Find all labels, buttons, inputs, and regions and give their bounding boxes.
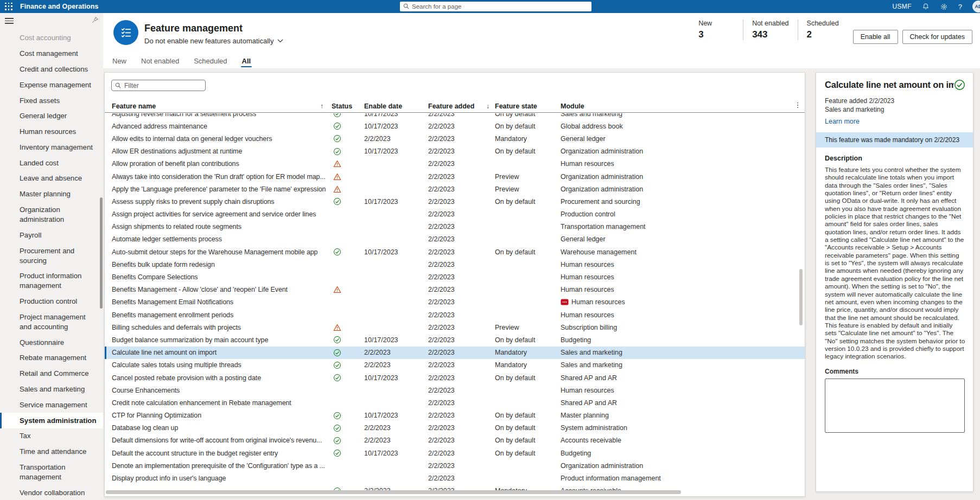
auto-enable-dropdown[interactable]: Do not enable new features automatically (144, 37, 283, 45)
module-label: Sales and marketing (561, 113, 622, 118)
status-warning-icon (329, 185, 364, 193)
sidebar-item[interactable]: Credit and collections (0, 62, 103, 78)
sidebar-item[interactable]: Expense management (0, 77, 103, 93)
cell-feature-added: 2/2/2023 (428, 424, 495, 432)
sidebar-item[interactable]: Production control (0, 294, 103, 310)
table-row[interactable]: Benefits Compare Selections2/2/2023Human… (105, 271, 805, 283)
sidebar-item[interactable]: Inventory management (0, 139, 103, 155)
tab-all[interactable]: All (242, 54, 251, 68)
table-row[interactable]: Course Enhancements2/2/2023Human resourc… (105, 384, 805, 396)
table-row[interactable]: Assign shipments to related route segmen… (105, 221, 805, 233)
vertical-scrollbar[interactable] (799, 269, 803, 325)
sidebar-item[interactable]: Organization administration (0, 202, 103, 228)
column-header[interactable]: Enable date (364, 102, 428, 110)
table-row[interactable]: …2/2/20232/2/2023MandatoryAccounts recei… (105, 485, 805, 490)
settings-gear-icon[interactable] (940, 3, 948, 11)
table-row[interactable]: Allow proration of benefit plan contribu… (105, 158, 805, 170)
sidebar-item[interactable]: Cost management (0, 46, 103, 62)
check-for-updates-button[interactable]: Check for updates (902, 30, 972, 44)
tab-scheduled[interactable]: Scheduled (194, 54, 227, 68)
sidebar-item[interactable]: Vendor collaboration (0, 485, 103, 500)
sidebar-item[interactable]: General ledger (0, 108, 103, 124)
column-header[interactable]: Module (561, 102, 805, 110)
table-row[interactable]: Auto-submit detour steps for the Warehou… (105, 246, 805, 258)
sidebar-item[interactable]: Procurement and sourcing (0, 243, 103, 268)
table-row[interactable]: Default the account structure in the bud… (105, 447, 805, 459)
sidebar-item[interactable]: Fixed assets (0, 93, 103, 108)
sidebar-item[interactable]: System administration (0, 413, 103, 428)
column-header[interactable]: Feature name↑ (112, 102, 329, 110)
table-row[interactable]: Database log clean up2/2/20232/2/2023On … (105, 422, 805, 434)
sidebar-item[interactable]: Transportation management (0, 460, 103, 485)
sidebar-item[interactable]: Product information management (0, 268, 103, 294)
tab-not-enabled[interactable]: Not enabled (141, 54, 179, 68)
enable-all-button[interactable]: Enable all (853, 30, 898, 44)
column-header[interactable]: Feature state (495, 102, 561, 110)
sidebar-item[interactable]: Rebate management (0, 350, 103, 366)
tab-new[interactable]: New (112, 54, 126, 68)
table-row[interactable]: Calculate sales totals using multiple th… (105, 359, 805, 371)
sidebar-item[interactable]: Landed cost (0, 155, 103, 171)
status-enabled-check-icon (329, 424, 364, 432)
sidebar-item[interactable]: Tax (0, 428, 103, 444)
sidebar-item[interactable]: Leave and absence (0, 171, 103, 187)
company-selector[interactable]: USMF (893, 3, 912, 10)
user-avatar[interactable]: AD (972, 1, 980, 12)
waffle-menu-icon[interactable] (5, 3, 13, 11)
table-row[interactable]: Allow edits to internal data on general … (105, 132, 805, 145)
notifications-bell-icon[interactable] (922, 3, 930, 10)
table-row[interactable]: Automate ledger settlements process2/2/2… (105, 233, 805, 246)
sidebar-item[interactable]: Sales and marketing (0, 382, 103, 398)
search-input[interactable] (412, 2, 588, 11)
sidebar-item[interactable]: Human resources (0, 124, 103, 140)
column-header-label: Status (332, 102, 352, 110)
sidebar-item[interactable]: Payroll (0, 227, 103, 243)
learn-more-link[interactable]: Learn more (816, 114, 868, 125)
sidebar-item[interactable]: Time and attendance (0, 444, 103, 460)
table-row[interactable]: Benefits management enrollment periods2/… (105, 309, 805, 321)
table-row[interactable]: Assess supply risks to prevent supply ch… (105, 195, 805, 208)
cell-feature-name: Adjusting reverse match for a settlement… (112, 113, 329, 118)
mandatory-banner: This feature was made mandatory on 2/2/2… (816, 132, 973, 148)
sidebar-item[interactable]: Questionnaire (0, 335, 103, 350)
sidebar-item[interactable]: Project management and accounting (0, 310, 103, 335)
table-row[interactable]: Credit note calculation enhancement in R… (105, 396, 805, 409)
sidebar-item[interactable]: Retail and Commerce (0, 366, 103, 382)
table-row[interactable]: Assign project activities for service ag… (105, 208, 805, 221)
table-row[interactable]: Budget balance summarization by main acc… (105, 334, 805, 346)
help-icon[interactable]: ? (958, 3, 962, 11)
table-row[interactable]: Cancel posted rebate provision with a po… (105, 371, 805, 384)
filter-box[interactable] (111, 80, 206, 91)
global-search[interactable] (400, 2, 591, 11)
table-row[interactable]: Denote an implementation prerequisite of… (105, 459, 805, 472)
table-row[interactable]: Always take into consideration the 'Run … (105, 170, 805, 183)
cell-feature-name: Default the account structure in the bud… (112, 450, 329, 457)
table-row[interactable]: Apply the 'Language preference' paramete… (105, 183, 805, 195)
status-warning-icon (329, 324, 364, 331)
table-row[interactable]: Benefits bulk update form redesign2/2/20… (105, 258, 805, 271)
table-row[interactable]: Adjusting reverse match for a settlement… (105, 113, 805, 120)
table-row[interactable]: Default dimensions for write-off account… (105, 434, 805, 447)
table-row[interactable]: CTP for Planning Optimization10/17/20232… (105, 409, 805, 422)
filter-input[interactable] (124, 80, 203, 91)
table-row[interactable]: Allow ER destinations adjustment at runt… (105, 145, 805, 158)
table-row[interactable]: Billing schedules and deferrals with pro… (105, 321, 805, 334)
more-options-icon[interactable]: ⋮ (794, 101, 801, 109)
table-row[interactable]: Advanced address maintenance10/17/20232/… (105, 120, 805, 132)
comments-input[interactable] (825, 379, 965, 433)
sidebar-item[interactable]: Master planning (0, 187, 103, 202)
hamburger-menu-icon[interactable] (5, 18, 14, 24)
sidebar-item[interactable]: Cost accounting (0, 30, 103, 46)
table-row[interactable]: Calculate line net amount on import2/2/2… (105, 347, 805, 359)
stat-label: New (698, 20, 734, 27)
table-row[interactable]: Benefits Management Email Notifications2… (105, 296, 805, 309)
column-header[interactable]: Feature added↓ (428, 102, 495, 110)
sidebar-item[interactable]: Service management (0, 397, 103, 413)
table-row[interactable]: Benefits Management - Allow 'close' and … (105, 284, 805, 296)
table-row[interactable]: Display product info in user's language2… (105, 472, 805, 484)
pin-icon[interactable] (91, 16, 99, 26)
module-label: Organization administration (561, 148, 643, 155)
sidebar-scrollbar[interactable] (100, 197, 103, 309)
horizontal-scrollbar[interactable] (106, 490, 681, 494)
column-header[interactable]: Status (329, 102, 364, 110)
